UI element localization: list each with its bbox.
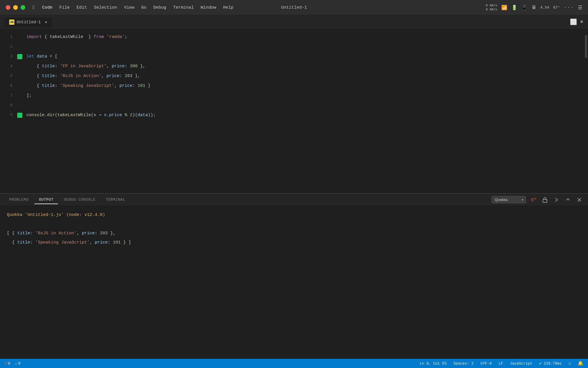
menu-file[interactable]: File xyxy=(59,5,70,10)
close-button[interactable] xyxy=(6,5,10,10)
menu-terminal[interactable]: Terminal xyxy=(173,5,194,10)
title-bar:  Code File Edit Selection View Go Debug… xyxy=(0,0,588,15)
code-line-1: import { takeLastWhile } from 'ramda'; xyxy=(26,32,584,42)
indentation[interactable]: Spaces: 2 xyxy=(453,361,473,366)
status-left: ✖ 0 ⚠ 0 xyxy=(5,361,20,366)
menu-code[interactable]: Code xyxy=(42,5,53,10)
panel: PROBLEMS OUTPUT DEBUG CONSOLE TERMINAL Q… xyxy=(0,193,588,359)
chevron-up-icon[interactable] xyxy=(564,196,572,204)
output-line-array2: { title: 'Speaking JavaScript', price: 1… xyxy=(7,238,577,247)
cursor-position[interactable]: Ln 9, Col 53 xyxy=(420,361,447,366)
traffic-lights xyxy=(6,5,25,10)
editor-scrollbar[interactable] xyxy=(584,29,588,193)
code-line-2 xyxy=(26,42,584,52)
editor-tab[interactable]: JS Untitled-1 ● xyxy=(5,17,52,27)
arrow-right-icon[interactable] xyxy=(552,196,560,204)
menu-debug[interactable]: Debug xyxy=(153,5,166,10)
js-file-icon: JS xyxy=(9,20,14,25)
wifi-icon: 📶 xyxy=(501,5,507,11)
code-editor[interactable]: import { takeLastWhile } from 'ramda'; l… xyxy=(25,29,584,193)
code-line-3: let data = [ xyxy=(26,52,584,62)
title-bar-left:  Code File Edit Selection View Go Debug… xyxy=(6,5,233,10)
menu-window[interactable]: Window xyxy=(201,5,216,10)
network-up: 0 KB/s xyxy=(486,3,497,7)
code-line-6: { title: 'Speaking JavaScript', price: 1… xyxy=(26,81,584,91)
output-line-array1: [ { title: 'RxJS in Action', price: 203 … xyxy=(7,229,577,238)
display-icon: 🖥 xyxy=(531,5,536,10)
gutter xyxy=(17,29,25,193)
warning-count[interactable]: ⚠ 0 xyxy=(15,361,21,366)
svg-rect-5 xyxy=(543,200,547,202)
panel-tabs: PROBLEMS OUTPUT DEBUG CONSOLE TERMINAL Q… xyxy=(0,194,588,206)
smiley-icon: ☺ xyxy=(568,361,571,366)
file-encoding[interactable]: UTF-8 xyxy=(481,361,492,366)
status-right: Ln 9, Col 53 Spaces: 2 UTF-8 LF JavaScri… xyxy=(420,361,583,366)
network-down: 0 KB/s xyxy=(486,7,497,12)
time-display: 4.54 xyxy=(540,5,549,10)
menu-bar: Code File Edit Selection View Go Debug T… xyxy=(42,5,233,10)
editor-scrollbar-thumb xyxy=(585,35,587,58)
warning-number: 0 xyxy=(18,361,20,366)
error-count[interactable]: ✖ 0 xyxy=(5,361,10,366)
quokka-timing: ✔ 219.79ms xyxy=(539,361,562,366)
panel-tabs-right: Quokka xyxy=(492,196,583,204)
tab-close-icon[interactable]: ● xyxy=(45,20,47,24)
panel-scrollbar[interactable] xyxy=(584,206,588,359)
status-bar: ✖ 0 ⚠ 0 Ln 9, Col 53 Spaces: 2 UTF-8 LF … xyxy=(0,359,588,368)
tab-output[interactable]: OUTPUT xyxy=(34,196,58,204)
menu-view[interactable]: View xyxy=(124,5,134,10)
tab-debug-console[interactable]: DEBUG CONSOLE xyxy=(59,196,100,204)
output-blank-line xyxy=(7,220,577,229)
maximize-button[interactable] xyxy=(21,5,25,10)
editor-toolbar-right: ⬜ ● xyxy=(570,18,583,26)
tab-bar: JS Untitled-1 ● ⬜ ● xyxy=(0,15,588,29)
language-mode[interactable]: JavaScript xyxy=(510,361,532,366)
output-source-selector[interactable]: Quokka xyxy=(492,196,526,203)
code-line-8 xyxy=(26,101,584,110)
code-line-7: ]; xyxy=(26,91,584,101)
battery-icon: 🔋 xyxy=(511,5,517,11)
line-ending[interactable]: LF xyxy=(499,361,503,366)
code-line-5: { title: 'RxJS in Action', price: 203 }, xyxy=(26,71,584,81)
notification-icon[interactable]: 🔔 xyxy=(578,361,583,366)
tab-problems[interactable]: PROBLEMS xyxy=(5,196,33,204)
lock-icon[interactable] xyxy=(541,196,549,204)
phone-icon: 📱 xyxy=(521,5,527,11)
minimize-button[interactable] xyxy=(13,5,18,10)
menu-go[interactable]: Go xyxy=(141,5,146,10)
clear-output-icon[interactable] xyxy=(529,196,537,204)
temperature: 67° xyxy=(553,5,560,10)
network-stats: 0 KB/s 0 KB/s xyxy=(486,3,497,12)
apple-logo-icon:  xyxy=(33,5,36,10)
menu-help[interactable]: Help xyxy=(223,5,233,10)
tab-filename: Untitled-1 xyxy=(17,20,41,24)
menu-edit[interactable]: Edit xyxy=(77,5,87,10)
output-line-quokka: Quokka 'Untitled-1.js' (node: v12.4.0) xyxy=(7,210,577,220)
tab-terminal[interactable]: TERMINAL xyxy=(101,196,130,204)
error-number: 0 xyxy=(8,361,10,366)
line-numbers: 1 2 3 4 5 6 7 8 9 xyxy=(0,29,17,193)
more-icon[interactable]: ··· xyxy=(564,5,574,10)
panel-tabs-left: PROBLEMS OUTPUT DEBUG CONSOLE TERMINAL xyxy=(5,196,130,204)
breakpoint-line9[interactable] xyxy=(17,113,22,118)
error-icon: ✖ xyxy=(5,361,7,366)
code-line-9: console.dir(takeLastWhile(x ⇒ x.price % … xyxy=(26,110,584,120)
dot-icon: ● xyxy=(580,18,583,26)
editor-area: 1 2 3 4 5 6 7 8 9 import { takeLastWhile… xyxy=(0,29,588,193)
output-source-select[interactable]: Quokka xyxy=(492,196,526,203)
breakpoint-line3[interactable] xyxy=(17,54,22,59)
split-editor-icon[interactable]: ⬜ xyxy=(570,18,577,26)
code-line-4: { title: 'FP in JavaScript', price: 300 … xyxy=(26,62,584,71)
panel-output: Quokka 'Untitled-1.js' (node: v12.4.0) [… xyxy=(0,206,584,359)
menu-selection[interactable]: Selection xyxy=(94,5,117,10)
warning-icon: ⚠ xyxy=(15,361,17,366)
window-title: Untitled-1 xyxy=(281,5,307,10)
list-icon: ☰ xyxy=(578,5,582,11)
close-panel-icon[interactable] xyxy=(575,196,583,204)
title-bar-right: 0 KB/s 0 KB/s 📶 🔋 📱 🖥 4.54 67° ··· ☰ xyxy=(486,3,582,12)
